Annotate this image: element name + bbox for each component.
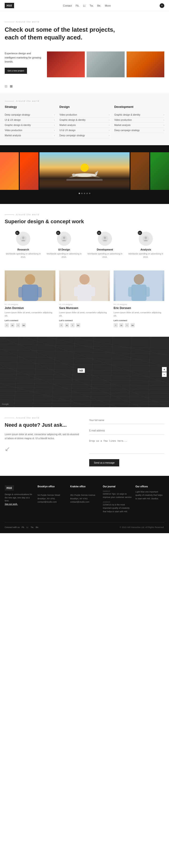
svg-point-22 bbox=[79, 274, 90, 284]
footer: Höl Design & communications for the new … bbox=[0, 476, 169, 533]
social-fb-2[interactable]: f bbox=[59, 323, 63, 327]
svg-line-32 bbox=[0, 350, 169, 354]
social-tw-2[interactable]: t bbox=[70, 323, 75, 327]
design-item-4[interactable]: UI & UX design bbox=[59, 128, 109, 133]
nav-li[interactable]: Li. bbox=[83, 4, 86, 7]
contact-message-input[interactable] bbox=[89, 437, 164, 454]
footer-social-tw[interactable]: Tw. bbox=[31, 526, 34, 528]
social-tw-1[interactable]: t bbox=[16, 323, 20, 327]
carousel-dot-4[interactable] bbox=[87, 193, 88, 194]
footer-social-be[interactable]: Be. bbox=[36, 526, 39, 528]
svg-line-38 bbox=[0, 383, 169, 385]
strategy-item-5[interactable]: Market analysis bbox=[5, 133, 55, 138]
social-fb-3[interactable]: f bbox=[113, 323, 118, 327]
grid-view-button[interactable]: ⊞ bbox=[10, 84, 13, 88]
portfolio-image-2 bbox=[20, 152, 38, 190]
contact-left: Around the world Need a quote? Just ask.… bbox=[5, 416, 80, 466]
nav-be[interactable]: Be. bbox=[97, 4, 101, 7]
hamburger-menu[interactable]: ≡ bbox=[160, 3, 164, 8]
feature-num-1: 01. bbox=[15, 231, 20, 235]
svg-point-13 bbox=[104, 237, 106, 239]
svg-point-17 bbox=[25, 274, 35, 284]
dev-item-1[interactable]: Graphic design & identity bbox=[114, 112, 164, 118]
social-fb-1[interactable]: f bbox=[5, 323, 9, 327]
dev-item-4[interactable]: Deep campaign strategy bbox=[114, 128, 164, 133]
carousel-dot-1[interactable] bbox=[79, 193, 80, 194]
team-member-3-label: 03. UX designer bbox=[113, 303, 164, 306]
feature-num-4: 04. bbox=[138, 231, 142, 235]
team-member-3-connect[interactable]: Let's connect bbox=[113, 319, 164, 322]
feature-num-3: 03. bbox=[97, 231, 101, 235]
footer-krakow-title: Kraków office bbox=[70, 485, 99, 488]
svg-rect-19 bbox=[18, 287, 23, 298]
map-zoom-out[interactable]: − bbox=[162, 372, 167, 377]
map-section: höl + − Google bbox=[0, 337, 169, 407]
map-zoom-in[interactable]: + bbox=[162, 367, 167, 372]
feature-desc-2: Worldwide spending on advertising in 201… bbox=[45, 252, 82, 259]
hero-cta-button[interactable]: Get a new project bbox=[5, 68, 27, 74]
footer-social-fb[interactable]: Fb. bbox=[22, 526, 25, 528]
feature-research: 01. Research Worldwide spending on adver… bbox=[5, 232, 42, 259]
team-member-2-socials: f in t be bbox=[59, 323, 110, 327]
design-item-2[interactable]: Graphic design & identity bbox=[59, 118, 109, 123]
footer-brooklyn-address: 54 Purple Sorrow Street Brooklyn, NY 476… bbox=[38, 490, 66, 504]
hero-text-block: Experience design and intelligent market… bbox=[5, 52, 42, 77]
dev-title: Development bbox=[114, 105, 164, 108]
nav-fb[interactable]: Fb. bbox=[76, 4, 79, 7]
portfolio-image-1 bbox=[0, 152, 19, 190]
social-in-3[interactable]: in bbox=[119, 323, 124, 327]
portfolio-section bbox=[0, 145, 169, 204]
strategy-item-1[interactable]: Deep campaign strategy bbox=[5, 112, 55, 118]
design-item-5[interactable]: Deep campaign strategy bbox=[59, 133, 109, 138]
strategy-item-3[interactable]: Graphic design & identity bbox=[5, 123, 55, 128]
nav-more[interactable]: More bbox=[105, 4, 111, 7]
social-be-3[interactable]: be bbox=[131, 323, 135, 327]
footer-social-li[interactable]: Li. bbox=[27, 526, 29, 528]
contact-email-input[interactable] bbox=[89, 427, 164, 434]
contact-email-field bbox=[89, 427, 164, 434]
design-work-section: Around the world Superior design & conce… bbox=[0, 204, 169, 268]
strategy-item-4[interactable]: Video production bbox=[5, 128, 55, 133]
social-in-1[interactable]: in bbox=[10, 323, 14, 327]
team-member-1-connect[interactable]: Let's connect bbox=[5, 319, 56, 322]
footer-logo[interactable]: Höl bbox=[5, 485, 14, 491]
footer-col-krakow: Kraków office 351 Purple Sorrow Avenue B… bbox=[70, 485, 99, 515]
svg-line-39 bbox=[0, 387, 169, 390]
feature-avatar-1: 01. bbox=[16, 232, 30, 246]
nav-logo[interactable]: Höl bbox=[5, 3, 14, 8]
strategy-item-2[interactable]: UI & UX design bbox=[5, 118, 55, 123]
svg-line-33 bbox=[0, 357, 169, 360]
contact-name-input[interactable] bbox=[89, 416, 164, 424]
footer-bottom: Connect with us Fb. Li. Tw. Be. © 2015 H… bbox=[5, 522, 164, 528]
social-be-1[interactable]: be bbox=[22, 323, 26, 327]
list-view-button[interactable]: ⊟ bbox=[5, 84, 7, 88]
dev-item-2[interactable]: Video production bbox=[114, 118, 164, 123]
footer-tagline-link[interactable]: See our work. bbox=[5, 503, 18, 505]
team-member-3: 03. UX designer Eric Dorssen Lorem ipsum… bbox=[113, 271, 164, 327]
footer-journal-item-1: 03/09/15 03/09/15 Tips: 10 ways to impro… bbox=[103, 490, 132, 499]
team-member-2-connect[interactable]: Let's connect bbox=[59, 319, 110, 322]
contact-submit-button[interactable]: Send us a message bbox=[89, 459, 119, 466]
carousel-dot-3[interactable] bbox=[84, 193, 85, 194]
view-toggle: ⊟ ⊞ bbox=[0, 84, 169, 93]
dev-item-3[interactable]: Market analysis bbox=[114, 123, 164, 128]
strategy-list: Deep campaign strategy UI & UX design Gr… bbox=[5, 112, 55, 138]
carousel-dot-2[interactable] bbox=[81, 193, 82, 194]
footer-our-offices-title: Our offices bbox=[135, 485, 164, 488]
design-item-1[interactable]: Video production bbox=[59, 112, 109, 118]
nav-contact[interactable]: Contact bbox=[63, 4, 72, 7]
team-member-1-name: John Dormiun bbox=[5, 306, 56, 310]
nav-tw[interactable]: Tw. bbox=[90, 4, 94, 7]
carousel-dot-5[interactable] bbox=[89, 193, 90, 194]
svg-rect-18 bbox=[22, 284, 38, 301]
team-member-2-desc: Lorem ipsum dolor sit amet, consectetur … bbox=[59, 311, 110, 317]
hero-body: Experience design and intelligent market… bbox=[5, 52, 42, 64]
design-item-3[interactable]: Market analysis bbox=[59, 123, 109, 128]
social-be-2[interactable]: be bbox=[76, 323, 80, 327]
feature-num-2: 02. bbox=[56, 231, 60, 235]
footer-krakow-address: 351 Purple Sorrow Avenue Brooklyn, NY 47… bbox=[70, 490, 99, 504]
team-member-3-name: Eric Dorssen bbox=[113, 306, 164, 310]
social-in-2[interactable]: in bbox=[65, 323, 69, 327]
journal-date-1: 03/09/15 bbox=[103, 490, 132, 492]
social-tw-3[interactable]: t bbox=[125, 323, 129, 327]
